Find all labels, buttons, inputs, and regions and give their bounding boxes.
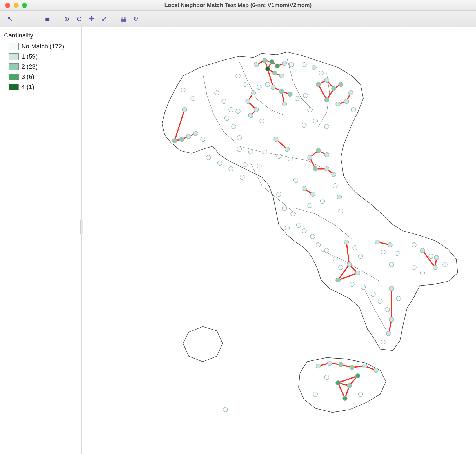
close-icon[interactable] [5,3,10,8]
map-point[interactable] [443,262,447,267]
map-point[interactable] [254,108,259,112]
map-point[interactable] [385,308,390,312]
map-canvas[interactable] [82,27,476,454]
map-point[interactable] [289,63,294,67]
map-point[interactable] [295,96,299,101]
map-point[interactable] [257,164,261,168]
map-point[interactable] [237,147,242,152]
map-point[interactable] [347,262,352,267]
map-point[interactable] [248,113,253,118]
map-point[interactable] [248,150,253,154]
map-point[interactable] [316,148,321,153]
map-point[interactable] [229,167,233,171]
map-point[interactable] [347,384,352,388]
map-point[interactable] [240,175,244,180]
map-point[interactable] [324,248,329,253]
map-point[interactable] [265,82,270,87]
map-point[interactable] [412,243,416,247]
map-point[interactable] [270,60,274,64]
basemap-icon[interactable]: ▦ [118,13,129,25]
map-point[interactable] [277,154,281,159]
map-point[interactable] [371,292,375,297]
map-point[interactable] [229,108,233,112]
map-point[interactable] [236,109,240,114]
map-point[interactable] [271,85,275,90]
map-point[interactable] [181,88,185,92]
map-point[interactable] [344,240,349,244]
map-point[interactable] [324,98,329,102]
map-point[interactable] [257,85,261,90]
map-point[interactable] [302,229,306,233]
map-point[interactable] [332,172,336,177]
map-point[interactable] [429,254,433,259]
zoom-out-icon[interactable]: ⊖ [74,13,85,25]
map-point[interactable] [362,364,367,368]
map-point[interactable] [319,71,323,75]
map-point[interactable] [274,137,278,142]
map-point[interactable] [389,317,394,322]
map-point[interactable] [308,108,312,112]
map-point[interactable] [302,186,306,191]
map-point[interactable] [265,67,270,71]
map-point[interactable] [355,271,360,275]
map-point[interactable] [172,139,177,143]
map-point[interactable] [348,91,353,95]
map-point[interactable] [337,195,342,199]
map-point[interactable] [288,157,292,161]
map-point[interactable] [316,243,321,247]
map-point[interactable] [308,203,312,208]
map-point[interactable] [310,192,315,197]
map-point[interactable] [358,254,363,259]
map-point[interactable] [272,71,277,75]
map-point[interactable] [333,257,337,261]
map-point[interactable] [313,167,318,171]
map-point[interactable] [389,262,394,267]
map-point[interactable] [420,248,425,253]
map-point[interactable] [339,362,343,367]
map-point[interactable] [296,223,301,228]
map-point[interactable] [316,82,321,87]
map-point[interactable] [350,282,354,287]
map-point[interactable] [277,192,281,197]
map-point[interactable] [336,278,340,282]
map-point[interactable] [388,243,392,247]
maximize-icon[interactable] [22,3,27,8]
map-point[interactable] [386,331,391,336]
map-point[interactable] [303,94,308,98]
map-point[interactable] [324,124,329,129]
map-point[interactable] [191,96,195,101]
map-point[interactable] [206,155,211,160]
map-point[interactable] [243,82,247,87]
map-point[interactable] [302,63,306,67]
map-point[interactable] [350,365,354,370]
map-point[interactable] [279,74,284,78]
map-point[interactable] [260,119,264,123]
map-point[interactable] [217,161,222,166]
map-point[interactable] [313,392,318,397]
map-point[interactable] [355,374,360,378]
map-point[interactable] [320,199,325,204]
map-point[interactable] [282,206,287,211]
map-point[interactable] [254,63,259,67]
map-point[interactable] [353,246,357,250]
map-point[interactable] [186,134,191,139]
minimize-icon[interactable] [14,3,19,8]
legend-item[interactable]: 2 (23) [4,62,77,72]
map-point[interactable] [336,102,340,106]
map-point[interactable] [344,99,349,104]
map-point[interactable] [339,82,343,87]
map-point[interactable] [201,137,205,142]
map-point[interactable] [310,234,315,239]
map-point[interactable] [327,361,332,366]
legend-item[interactable]: 3 (6) [4,72,77,82]
map-point[interactable] [316,364,321,368]
map-point[interactable] [378,299,382,304]
map-point[interactable] [358,392,363,397]
map-point[interactable] [285,226,290,230]
map-point[interactable] [381,250,385,254]
map-point[interactable] [193,132,198,136]
pan-icon[interactable]: ✥ [86,13,97,25]
map-point[interactable] [237,136,242,140]
map-area[interactable] [82,27,476,454]
add-layer-icon[interactable]: + [29,13,41,25]
